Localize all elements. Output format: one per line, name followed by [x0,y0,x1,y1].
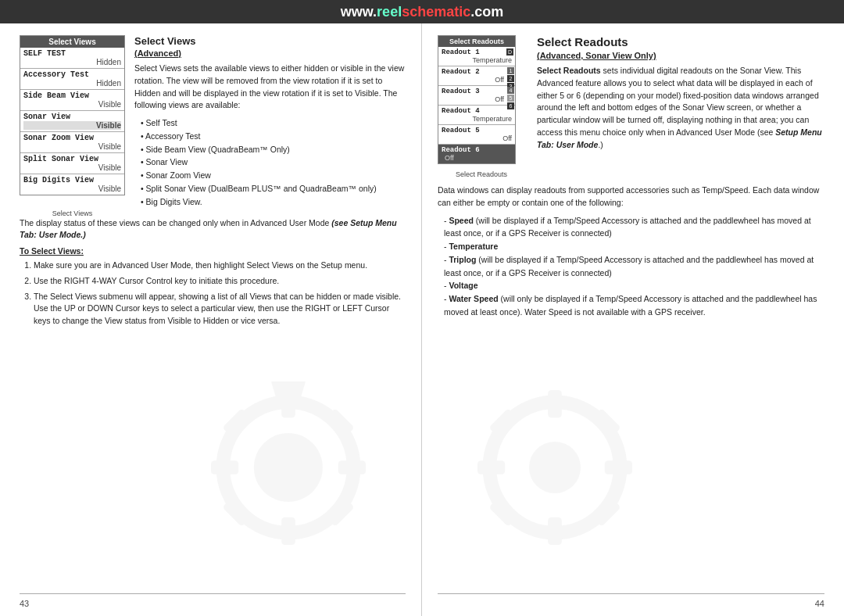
gear-watermark-right-icon [469,381,641,553]
section-title: Select Views [134,35,406,47]
readouts-box: Select Readouts Readout 1 Temperature D … [438,35,516,164]
widget-caption: Select Views [20,210,125,217]
advanced-sonar-label: (Advanced, Sonar View Only) [537,51,824,60]
left-text-section: Select Views (Advanced) Select Views set… [134,35,406,213]
page-number-left: 43 [20,599,29,608]
readouts-header: Select Readouts [438,36,515,47]
steps-list: Make sure you are in Advanced User Mode,… [20,260,406,328]
readout-row-4: Readout 4 Temperature [438,106,515,125]
list-item: Temperature [444,240,824,253]
readout-row-1: Readout 1 Temperature D [438,47,515,66]
readout-row-3: Readout 3 Off 4 5 6 [438,86,515,106]
select-views-header: Select Views [20,36,124,48]
body-text-1: Select Views sets the available views to… [134,63,406,112]
list-item: Water Speed (will only be displayed if a… [444,292,824,319]
table-row: Sonar Zoom View Visible [20,132,124,153]
to-select-views-heading: To Select Views: [20,246,406,256]
table-row: SELF TEST Hidden [20,48,124,69]
list-item: Make sure you are in Advanced User Mode,… [34,260,406,272]
readout-row-2: Readout 2 Off 1 2 3 [438,66,515,86]
list-item: Side Beam View (QuadraBeam™ Only) [141,143,406,156]
watermark-banner: www.reelschematic.com [0,0,844,23]
svg-point-11 [529,442,581,493]
sr-num-5: 5 [507,95,514,102]
readout-row-5: Readout 5 Off [438,125,515,145]
list-item: Sonar Zoom View [141,169,406,182]
list-item: Big Digits View. [141,195,406,209]
advanced-label: (Advanced) [134,48,406,58]
readouts-description: Select Readouts (Advanced, Sonar View On… [537,35,824,178]
list-item: The Select Views submenu will appear, sh… [34,291,406,328]
list-item: Split Sonar View (DualBeam PLUS™ and Qua… [141,182,406,195]
display-status-note: The display status of these views can be… [20,217,406,242]
list-item: Triplog (will be displayed if a Temp/Spe… [444,253,824,280]
list-item: Speed (will be displayed if a Temp/Speed… [444,214,824,241]
svg-rect-15 [605,460,632,475]
gear-watermark-icon [202,381,374,553]
page-number-right: 44 [815,599,824,608]
table-row: Accessory Test Hidden [20,69,124,90]
select-readouts-widget: Select Readouts Readout 1 Temperature D … [438,35,525,178]
bottom-divider-right [438,593,824,594]
bullet-list: Self Test Accessory Test Side Beam View … [134,116,406,209]
list-item: Accessory Test [141,130,406,143]
body-text-right-1: Select Readouts sets individual digital … [537,65,824,151]
svg-point-1 [263,442,314,493]
list-item: Voltage [444,279,824,292]
right-page: Select Readouts Readout 1 Temperature D … [422,23,844,616]
list-item: Use the RIGHT 4-WAY Cursor Control key t… [34,275,406,288]
svg-rect-3 [281,518,295,545]
svg-rect-2 [281,390,295,417]
table-row: Side Beam View Visible [20,90,124,111]
svg-rect-14 [477,460,505,475]
svg-rect-13 [548,518,562,545]
table-row: Sonar View Visible [20,111,124,132]
bottom-divider [20,593,406,594]
dash-list: Speed (will be displayed if a Temp/Speed… [438,214,824,319]
left-page: Select Views SELF TEST Hidden Accessory … [0,23,422,616]
body-text-right-2: Data windows can display readouts from s… [438,184,824,210]
list-item: Sonar View [141,156,406,169]
readout-row-6: Readout 6 Off [438,145,515,163]
svg-rect-5 [338,460,366,475]
list-item: Self Test [141,116,406,130]
table-row: Split Sonar View Visible [20,153,124,174]
watermark-text: www.reelschematic.com [341,4,503,20]
section-title-right: Select Readouts [537,35,824,48]
svg-rect-12 [548,390,562,417]
svg-rect-4 [211,460,238,475]
table-row: Big Digits View Visible [20,174,124,195]
select-views-widget: Select Views SELF TEST Hidden Accessory … [20,35,125,195]
